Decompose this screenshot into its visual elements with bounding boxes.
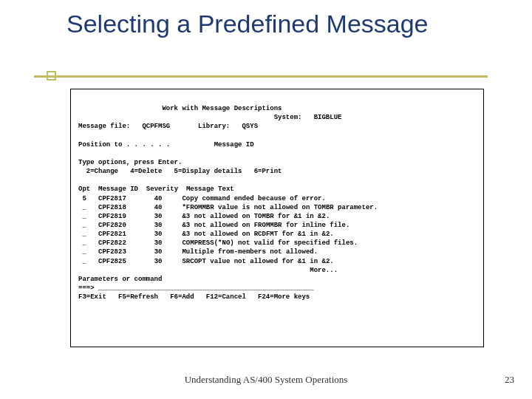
options-legend: 2=Change 4=Delete 5=Display details 6=Pr… [78, 168, 282, 175]
position-line: Position to . . . . . . Message ID [78, 141, 254, 149]
table-row: _ CPF2821 30 &3 not allowed on RCDFMT fo… [78, 231, 334, 238]
function-keys: F3=Exit F5=Refresh F6=Add F12=Cancel F24… [78, 293, 310, 301]
more-indicator: More... [78, 267, 338, 274]
table-row: _ CPF2822 30 COMPRESS(*NO) not valid for… [78, 239, 358, 247]
column-headers: Opt Message ID Severity Message Text [78, 185, 234, 193]
table-row: _ CPF2820 30 &3 not allowed on FROMMBR f… [78, 222, 349, 229]
slide-title: Selecting a Predefined Message [0, 0, 532, 42]
system-line: System: BIGBLUE [78, 114, 341, 121]
terminal-panel: Work with Message Descriptions System: B… [70, 89, 484, 347]
table-row: _ CPF2825 30 SRCOPT value not allowed fo… [78, 258, 334, 265]
params-label: Parameters or command [78, 276, 162, 283]
slide-footer: Understanding AS/400 System Operations [0, 374, 532, 386]
accent-underline [34, 75, 488, 78]
table-row: _ CPF2819 30 &3 not allowed on TOMBR for… [78, 213, 330, 220]
instructions: Type options, press Enter. [78, 159, 182, 166]
table-row: _ CPF2818 40 *FROMMBR value is not allow… [78, 204, 378, 211]
table-row: _ CPF2823 30 Multiple from-members not a… [78, 248, 318, 256]
page-number: 23 [505, 374, 514, 386]
table-row: 5 CPF2817 40 Copy command ended because … [78, 195, 326, 202]
msgfile-line: Message file: QCPFMSG Library: QSYS [78, 123, 258, 130]
command-line[interactable]: ===> ___________________________________… [78, 284, 314, 292]
screen-title: Work with Message Descriptions [78, 105, 282, 112]
accent-bullet-box [47, 71, 56, 81]
